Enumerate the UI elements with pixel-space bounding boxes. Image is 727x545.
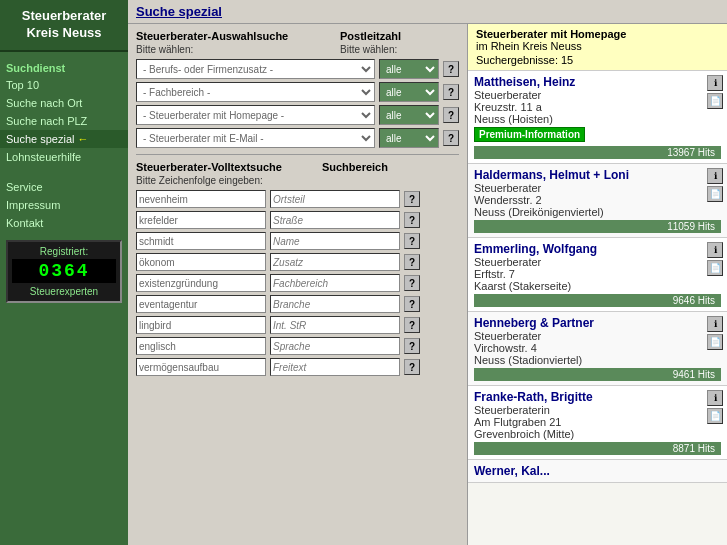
dropdown-row-1: - Berufs- oder Firmenzusatz - alle ? bbox=[136, 59, 459, 79]
text-row-5: ? bbox=[136, 274, 459, 292]
volltext-help-btn-7[interactable]: ? bbox=[404, 317, 420, 333]
result-name[interactable]: Mattheisen, Heinz bbox=[474, 75, 697, 89]
premium-badge: Premium-Information bbox=[474, 127, 585, 142]
sidebar-item-suche-ort[interactable]: Suche nach Ort bbox=[0, 94, 128, 112]
results-header: Steuerberater mit Homepage im Rhein Krei… bbox=[468, 24, 727, 71]
info-icon[interactable]: ℹ bbox=[707, 168, 723, 184]
volltext-help-btn-9[interactable]: ? bbox=[404, 359, 420, 375]
text-row-8: ? bbox=[136, 337, 459, 355]
suchbereich-input-1[interactable] bbox=[270, 190, 400, 208]
result-item: Mattheisen, Heinz Steuerberater Kreuzstr… bbox=[468, 71, 727, 164]
postleitzahl-select-2[interactable]: alle bbox=[379, 82, 439, 102]
results-count: Suchergebnisse: 15 bbox=[476, 54, 719, 66]
text-row-1: ? bbox=[136, 190, 459, 208]
sidebar-item-top10[interactable]: Top 10 bbox=[0, 76, 128, 94]
volltext-input-5[interactable] bbox=[136, 274, 266, 292]
register-number: 0364 bbox=[12, 259, 116, 283]
result-name[interactable]: Werner, Kal... bbox=[474, 464, 697, 478]
help-button-2[interactable]: ? bbox=[443, 84, 459, 100]
text-row-2: ? bbox=[136, 211, 459, 229]
result-icons: ℹ📄 bbox=[707, 390, 723, 424]
info-icon[interactable]: ℹ bbox=[707, 242, 723, 258]
volltext-help-btn-8[interactable]: ? bbox=[404, 338, 420, 354]
sidebar-logo: Steuerberater Kreis Neuss bbox=[0, 0, 128, 52]
volltext-help-btn-6[interactable]: ? bbox=[404, 296, 420, 312]
volltext-help-btn-2[interactable]: ? bbox=[404, 212, 420, 228]
result-address: Erftstr. 7 bbox=[474, 268, 697, 280]
postleitzahl-select-4[interactable]: alle bbox=[379, 128, 439, 148]
result-item: Emmerling, Wolfgang Steuerberater Erftst… bbox=[468, 238, 727, 312]
hits-bar: 11059 Hits bbox=[474, 220, 721, 233]
volltext-sublabel: Bitte Zeichenfolge eingeben: bbox=[136, 175, 459, 186]
info-icon[interactable]: ℹ bbox=[707, 75, 723, 91]
doc-icon[interactable]: 📄 bbox=[707, 260, 723, 276]
auswahlsuche-dropdown-3[interactable]: - Steuerberater mit Homepage - bbox=[136, 105, 375, 125]
results-panel: Steuerberater mit Homepage im Rhein Krei… bbox=[468, 24, 727, 545]
doc-icon[interactable]: 📄 bbox=[707, 93, 723, 109]
info-icon[interactable]: ℹ bbox=[707, 390, 723, 406]
sidebar: Steuerberater Kreis Neuss Suchdienst Top… bbox=[0, 0, 128, 545]
volltext-input-4[interactable] bbox=[136, 253, 266, 271]
suchbereich-input-8[interactable] bbox=[270, 337, 400, 355]
help-button-1[interactable]: ? bbox=[443, 61, 459, 77]
suchbereich-input-6[interactable] bbox=[270, 295, 400, 313]
volltext-input-9[interactable] bbox=[136, 358, 266, 376]
volltext-input-2[interactable] bbox=[136, 211, 266, 229]
info-icon[interactable]: ℹ bbox=[707, 316, 723, 332]
help-button-4[interactable]: ? bbox=[443, 130, 459, 146]
doc-icon[interactable]: 📄 bbox=[707, 408, 723, 424]
result-item: Franke-Rath, Brigitte Steuerberaterin Am… bbox=[468, 386, 727, 460]
suchbereich-input-3[interactable] bbox=[270, 232, 400, 250]
volltext-input-8[interactable] bbox=[136, 337, 266, 355]
suchbereich-input-9[interactable] bbox=[270, 358, 400, 376]
sublabel-row: Bitte wählen: Bitte wählen: bbox=[136, 44, 459, 55]
sidebar-item-lohnsteuer[interactable]: Lohnsteuerhilfe bbox=[0, 148, 128, 166]
doc-icon[interactable]: 📄 bbox=[707, 186, 723, 202]
sidebar-item-suche-plz[interactable]: Suche nach PLZ bbox=[0, 112, 128, 130]
volltext-help-btn-4[interactable]: ? bbox=[404, 254, 420, 270]
auswahlsuche-dropdown-2[interactable]: - Fachbereich - bbox=[136, 82, 375, 102]
results-subtitle: im Rhein Kreis Neuss bbox=[476, 40, 719, 52]
volltext-header: Steuerberater-Volltextsuche bbox=[136, 161, 282, 173]
volltext-help-btn-3[interactable]: ? bbox=[404, 233, 420, 249]
result-address: Wendersstr. 2 bbox=[474, 194, 697, 206]
result-type: Steuerberater bbox=[474, 182, 697, 194]
result-name[interactable]: Haldermans, Helmut + Loni bbox=[474, 168, 697, 182]
results-list: Mattheisen, Heinz Steuerberater Kreuzstr… bbox=[468, 71, 727, 545]
result-type: Steuerberater bbox=[474, 330, 697, 342]
sidebar-item-service[interactable]: Service bbox=[0, 178, 128, 196]
sidebar-item-suche-spezial[interactable]: Suche spezial bbox=[0, 130, 128, 148]
postleitzahl-select-3[interactable]: alle bbox=[379, 105, 439, 125]
result-address: Kreuzstr. 11 a bbox=[474, 101, 697, 113]
suchbereich-input-4[interactable] bbox=[270, 253, 400, 271]
dropdown-row-3: - Steuerberater mit Homepage - alle ? bbox=[136, 105, 459, 125]
postleitzahl-select-1[interactable]: alle bbox=[379, 59, 439, 79]
result-name[interactable]: Emmerling, Wolfgang bbox=[474, 242, 697, 256]
suchbereich-input-2[interactable] bbox=[270, 211, 400, 229]
volltext-help-btn-1[interactable]: ? bbox=[404, 191, 420, 207]
volltext-input-6[interactable] bbox=[136, 295, 266, 313]
volltext-help-btn-5[interactable]: ? bbox=[404, 275, 420, 291]
main-title: Suche spezial bbox=[128, 0, 727, 24]
volltext-input-7[interactable] bbox=[136, 316, 266, 334]
result-name[interactable]: Henneberg & Partner bbox=[474, 316, 697, 330]
auswahlsuche-col-header: Steuerberater-Auswahlsuche bbox=[136, 30, 336, 42]
help-button-3[interactable]: ? bbox=[443, 107, 459, 123]
result-name[interactable]: Franke-Rath, Brigitte bbox=[474, 390, 697, 404]
sidebar-item-impressum[interactable]: Impressum bbox=[0, 196, 128, 214]
suchbereich-input-7[interactable] bbox=[270, 316, 400, 334]
auswahlsuche-dropdown-4[interactable]: - Steuerberater mit E-Mail - bbox=[136, 128, 375, 148]
volltext-input-1[interactable] bbox=[136, 190, 266, 208]
sidebar-item-kontakt[interactable]: Kontakt bbox=[0, 214, 128, 232]
text-row-6: ? bbox=[136, 295, 459, 313]
auswahlsuche-dropdown-1[interactable]: - Berufs- oder Firmenzusatz - bbox=[136, 59, 375, 79]
auswahlsuche-header-row: Steuerberater-Auswahlsuche Postleitzahl bbox=[136, 30, 459, 42]
register-box: Registriert: 0364 Steuerexperten bbox=[6, 240, 122, 303]
result-city: Kaarst (Stakerseite) bbox=[474, 280, 697, 292]
result-address: Am Flutgraben 21 bbox=[474, 416, 697, 428]
text-row-9: ? bbox=[136, 358, 459, 376]
volltext-input-3[interactable] bbox=[136, 232, 266, 250]
text-row-3: ? bbox=[136, 232, 459, 250]
suchbereich-input-5[interactable] bbox=[270, 274, 400, 292]
doc-icon[interactable]: 📄 bbox=[707, 334, 723, 350]
